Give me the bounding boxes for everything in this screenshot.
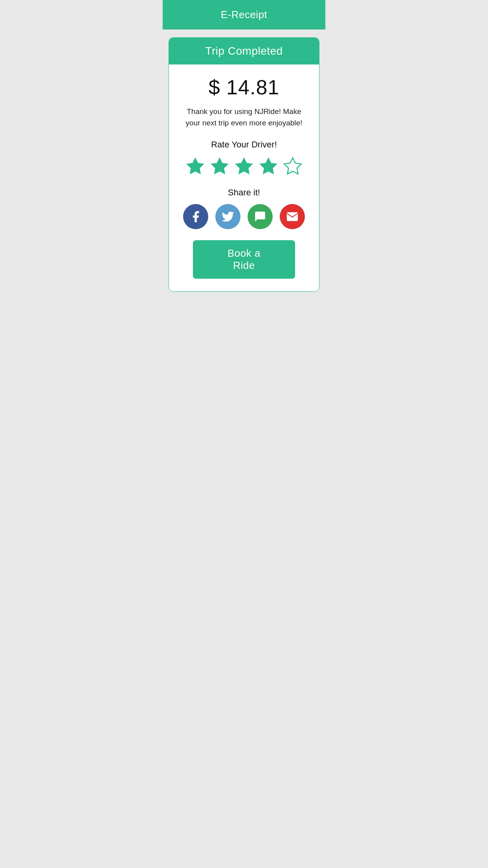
svg-marker-4	[284, 158, 301, 174]
share-label: Share it!	[228, 188, 260, 198]
email-button[interactable]	[280, 204, 305, 229]
header-title: E-Receipt	[221, 9, 268, 20]
email-icon	[286, 210, 299, 223]
app-header: E-Receipt	[163, 0, 325, 29]
star-2[interactable]	[209, 156, 230, 177]
star-4[interactable]	[258, 156, 279, 177]
receipt-card: Trip Completed $ 14.81 Thank you for usi…	[169, 37, 319, 292]
thank-you-message: Thank you for using NJRide! Make your ne…	[181, 106, 307, 129]
card-body: $ 14.81 Thank you for using NJRide! Make…	[169, 64, 319, 291]
svg-marker-0	[187, 158, 204, 174]
rate-driver-label: Rate Your Driver!	[211, 140, 277, 150]
svg-marker-2	[235, 158, 252, 174]
card-header: Trip Completed	[169, 38, 319, 64]
message-icon	[253, 210, 267, 223]
trip-completed-label: Trip Completed	[205, 45, 283, 57]
facebook-icon	[189, 210, 202, 223]
svg-marker-1	[211, 158, 228, 174]
message-button[interactable]	[248, 204, 273, 229]
svg-marker-3	[260, 158, 277, 174]
star-1[interactable]	[185, 156, 205, 177]
twitter-button[interactable]	[215, 204, 240, 229]
facebook-button[interactable]	[183, 204, 208, 229]
trip-price: $ 14.81	[209, 75, 280, 99]
social-icons-container	[183, 204, 305, 229]
star-3[interactable]	[234, 156, 254, 177]
star-5[interactable]	[283, 156, 303, 177]
book-ride-button[interactable]: Book a Ride	[193, 240, 295, 279]
star-rating[interactable]	[185, 156, 303, 177]
twitter-icon	[221, 210, 235, 223]
